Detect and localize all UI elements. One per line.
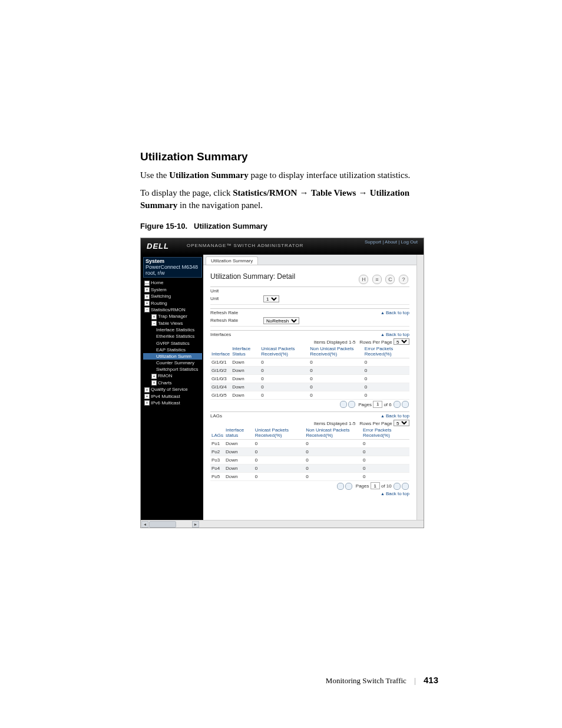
nav-interface-statistics[interactable]: Interface Statistics [143,327,202,333]
nav-utilization-summary[interactable]: Utilization Summ [143,353,202,360]
prev-page-icon[interactable] [345,483,352,490]
expand-icon[interactable]: + [151,314,157,319]
lags-meta: Items Displayed 1-5 Rows Per Page 5 [210,420,409,426]
nav-qos-label: Quality of Service [151,387,188,392]
collapse-icon[interactable]: − [144,307,150,312]
interfaces-pager: Pages of 6 [210,401,409,408]
nav-ipv4-multicast[interactable]: +IPv4 Multicast [143,393,202,400]
print-icon[interactable]: ≡ [372,275,382,284]
next-page-icon[interactable] [394,401,401,408]
items-displayed: Items Displayed 1-5 [314,421,356,426]
top-links[interactable]: Support | About | Log Out [365,239,418,245]
col-unicast[interactable]: Unicast Packets Received(%) [260,345,309,358]
table-cell: 0 [309,391,363,399]
last-page-icon[interactable] [402,483,409,490]
first-page-icon[interactable] [337,483,344,490]
first-page-icon[interactable] [340,401,347,408]
nav-charts-label: Charts [158,380,172,386]
nav-switchport-statistics[interactable]: Switchport Statistics [143,366,202,373]
expand-icon[interactable]: + [144,301,150,306]
table-cell: Down [231,358,260,366]
nav-eap-statistics[interactable]: EAP Statistics [143,347,202,353]
rows-per-page-label: Rows Per Page [359,421,392,426]
expand-icon[interactable]: + [144,400,150,406]
nav-ipv6-label: IPv6 Multicast [151,400,180,406]
vertical-scrollbar[interactable] [416,255,424,520]
page-input[interactable] [371,482,380,489]
back-to-top-link[interactable]: Back to top [381,310,409,315]
unit-select[interactable]: 1 [263,295,279,302]
col-error[interactable]: Error Packets Received(%) [363,345,409,358]
col-error[interactable]: Error Packets Received(%) [362,426,409,440]
nav-qos[interactable]: +Quality of Service [143,386,202,393]
expand-icon[interactable]: + [151,374,157,379]
prev-page-icon[interactable] [348,401,355,408]
table-cell: 0 [254,448,305,456]
scroll-left-icon[interactable]: ◄ [141,521,148,528]
table-cell: 0 [362,456,409,465]
last-page-icon[interactable] [402,401,409,408]
col-lags[interactable]: LAGs [210,426,224,440]
nav-table-views[interactable]: −Table Views [143,320,202,327]
col-nonunicast[interactable]: Non Unicast Packets Received(%) [309,345,363,358]
active-tab[interactable]: Utilization Summary [206,256,258,265]
nav-stats-rmon[interactable]: −Statistics/RMON [143,307,202,313]
text-content: Utilization Summary Use the Utilization … [140,150,429,528]
next-page-icon[interactable] [394,483,401,490]
nav-switching[interactable]: +Switching [143,293,202,299]
back-to-top-link[interactable]: Back to top [381,332,409,337]
page-total: of 6 [384,401,391,407]
save-icon[interactable]: H [359,275,368,284]
table-cell: Down [231,391,260,399]
table-cell: Down [224,456,254,465]
nav-etherlike-statistics[interactable]: Etherlike Statistics [143,333,202,340]
refresh-icon[interactable]: C [385,275,395,284]
expand-icon[interactable]: + [144,387,150,393]
rows-per-page-select[interactable]: 5 [394,338,409,345]
table-cell: Down [224,448,254,456]
refresh-row: Refresh Rate NoRefresh [210,315,409,327]
refresh-section: Back to top Refresh Rate Refresh Rate No… [210,308,409,327]
table-row: Gi1/0/3Down000 [210,374,409,383]
nav-home[interactable]: —Home [143,279,202,286]
col-nonunicast[interactable]: Non Unicast Packets Received(%) [305,426,362,440]
collapse-icon[interactable]: − [151,321,157,326]
horizontal-scrollbar[interactable]: ◄ ► [141,520,424,528]
nav-gvrp-statistics[interactable]: GVRP Statistics [143,340,202,347]
col-interface[interactable]: Interface [210,345,231,358]
help-icon[interactable]: ? [399,275,408,284]
back-to-top-link[interactable]: Back to top [381,491,409,496]
table-row: Po1Down000 [210,440,409,448]
table-header-row: LAGs Interface status Unicast Packets Re… [210,426,409,440]
rows-per-page-select[interactable]: 5 [394,420,409,426]
unit-row-label: Unit [210,296,263,301]
refresh-section-label: Refresh Rate [210,310,409,315]
nav-charts[interactable]: +Charts [143,380,202,386]
col-status[interactable]: Interface status [224,426,254,440]
table-row: Po2Down000 [210,448,409,456]
table-cell: 0 [305,465,362,473]
expand-icon[interactable]: + [144,294,150,299]
nav-system[interactable]: +System [143,286,202,293]
nav-counter-summary[interactable]: Counter Summary [143,360,202,366]
nav-routing[interactable]: +Routing [143,300,202,307]
nav-trap-manager[interactable]: +Trap Manager [143,313,202,319]
col-unicast[interactable]: Unicast Packets Received(%) [254,426,305,440]
nav-ipv6-multicast[interactable]: +IPv6 Multicast [143,400,202,406]
tree-marker-icon: — [144,281,150,286]
col-status[interactable]: Interface Status [231,345,260,358]
scroll-thumb[interactable] [149,521,176,528]
expand-icon[interactable]: + [151,380,157,386]
instr-b2: Table Views [311,188,356,197]
scroll-right-icon[interactable]: ► [192,521,199,528]
expand-icon[interactable]: + [144,394,150,399]
back-to-top-link[interactable]: Back to top [381,413,409,419]
table-row: Po4Down000 [210,465,409,473]
refresh-select[interactable]: NoRefresh [263,317,299,324]
expand-icon[interactable]: + [144,287,150,292]
nav-rmon[interactable]: +RMON [143,373,202,379]
section-heading: Utilization Summary [140,150,429,163]
page-input[interactable] [373,401,382,408]
table-cell: Down [231,383,260,391]
table-cell: Down [224,440,254,448]
